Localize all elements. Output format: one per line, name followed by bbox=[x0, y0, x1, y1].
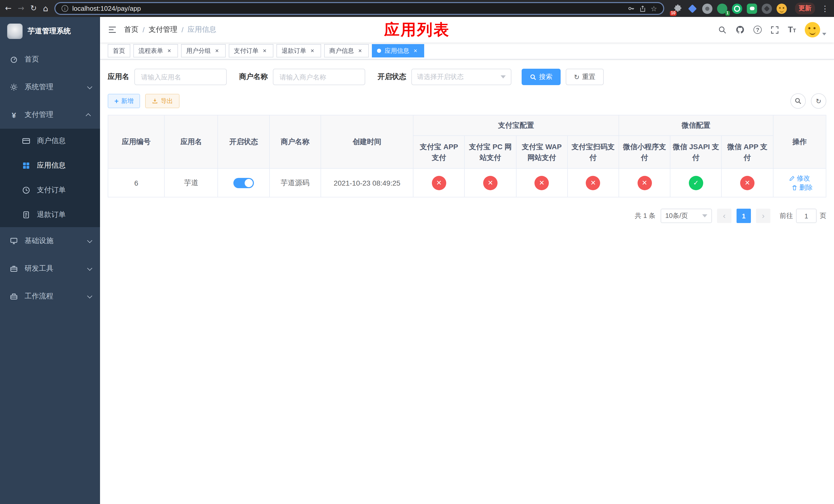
browser-forward-button[interactable] bbox=[18, 5, 24, 12]
cell-app-name: 芋道 bbox=[164, 168, 218, 197]
grid-icon bbox=[22, 161, 31, 170]
tab-label: 支付订单 bbox=[234, 46, 259, 55]
browser-extensions: 10 1 bbox=[673, 3, 787, 14]
sidebar-item-label: 首页 bbox=[25, 55, 39, 64]
extension-chat-icon[interactable] bbox=[747, 3, 757, 14]
bookmark-star-icon[interactable] bbox=[651, 4, 657, 13]
breadcrumb-current: 应用信息 bbox=[188, 25, 216, 35]
edit-link[interactable]: 修改 bbox=[789, 174, 810, 183]
toggle-search-button[interactable] bbox=[790, 93, 806, 109]
site-info-icon[interactable] bbox=[62, 5, 68, 12]
tab-app-info[interactable]: 应用信息 bbox=[372, 44, 424, 58]
user-menu[interactable] bbox=[805, 22, 826, 38]
reset-button[interactable]: 重置 bbox=[566, 69, 604, 85]
tab-process-form[interactable]: 流程表单 bbox=[133, 44, 178, 58]
goto-suffix: 页 bbox=[820, 211, 826, 221]
cell-wechat-app: ✕ bbox=[722, 168, 773, 197]
navbar-actions bbox=[718, 22, 826, 38]
goto-page-input[interactable] bbox=[796, 209, 816, 223]
search-button[interactable]: 搜索 bbox=[522, 69, 561, 85]
browser-home-button[interactable] bbox=[43, 4, 48, 13]
next-page-button[interactable] bbox=[756, 209, 770, 223]
address-bar[interactable]: localhost:1024/pay/app bbox=[54, 2, 664, 15]
sidebar-item-system[interactable]: 系统管理 bbox=[0, 73, 100, 101]
cell-alipay-app: ✕ bbox=[413, 168, 464, 197]
app-name-input[interactable] bbox=[134, 69, 227, 85]
yen-icon bbox=[9, 111, 19, 119]
add-button[interactable]: 新增 bbox=[108, 94, 140, 108]
close-icon[interactable] bbox=[213, 47, 221, 54]
fullscreen-icon[interactable] bbox=[770, 25, 779, 34]
sidebar-item-infrastructure[interactable]: 基础设施 bbox=[0, 227, 100, 255]
sidebar: 芋道管理系统 首页 系统管理 bbox=[0, 17, 100, 504]
browser-update-button[interactable]: 更新 bbox=[795, 3, 815, 14]
toolbox-icon bbox=[9, 265, 19, 273]
extension-dark-icon[interactable] bbox=[762, 3, 772, 14]
sidebar-logo[interactable]: 芋道管理系统 bbox=[0, 17, 100, 46]
sidebar-item-app-info[interactable]: 应用信息 bbox=[0, 153, 100, 178]
status-switch[interactable] bbox=[233, 178, 254, 188]
cell-wechat-jsapi: ✓ bbox=[670, 168, 721, 197]
tab-refund-order[interactable]: 退款订单 bbox=[277, 44, 321, 58]
tab-merchant-info[interactable]: 商户信息 bbox=[324, 44, 369, 58]
browser-back-button[interactable] bbox=[5, 5, 12, 12]
extension-gray-icon[interactable] bbox=[702, 3, 712, 14]
search-icon[interactable] bbox=[718, 25, 727, 34]
hamburger-icon[interactable] bbox=[108, 25, 117, 35]
sidebar-item-refund-order[interactable]: 退款订单 bbox=[0, 203, 100, 227]
browser-menu-kebab-icon[interactable] bbox=[821, 4, 829, 13]
close-icon[interactable] bbox=[309, 47, 316, 54]
status-select[interactable]: 请选择开启状态 bbox=[411, 69, 511, 85]
tab-label: 应用信息 bbox=[385, 46, 409, 55]
sidebar-item-pay-order[interactable]: 支付订单 bbox=[0, 178, 100, 203]
export-button[interactable]: 导出 bbox=[145, 94, 179, 108]
sidebar-item-home[interactable]: 首页 bbox=[0, 46, 100, 73]
merchant-name-input[interactable] bbox=[273, 69, 365, 85]
sidebar-item-workflow[interactable]: 工作流程 bbox=[0, 282, 100, 310]
close-icon[interactable] bbox=[356, 47, 364, 54]
col-header-wechat-mini: 微信小程序支付 bbox=[619, 136, 670, 168]
password-key-icon[interactable] bbox=[628, 5, 635, 12]
col-header-create-time: 创建时间 bbox=[321, 115, 413, 168]
col-header-app-name: 应用名 bbox=[164, 115, 218, 168]
monitor-icon bbox=[9, 237, 19, 245]
tab-label: 流程表单 bbox=[138, 46, 163, 55]
sidebar-item-label: 支付管理 bbox=[25, 110, 53, 119]
help-icon[interactable] bbox=[753, 26, 762, 34]
breadcrumb-home[interactable]: 首页 bbox=[124, 25, 138, 35]
sidebar-item-merchant-info[interactable]: 商户信息 bbox=[0, 129, 100, 153]
cell-create-time: 2021-10-23 08:49:25 bbox=[321, 168, 413, 197]
sidebar-item-payment[interactable]: 支付管理 bbox=[0, 101, 100, 129]
current-page-button[interactable]: 1 bbox=[737, 209, 751, 223]
breadcrumb-payment[interactable]: 支付管理 bbox=[149, 25, 177, 35]
close-icon[interactable] bbox=[166, 47, 173, 54]
search-button-label: 搜索 bbox=[539, 72, 552, 82]
font-size-icon[interactable] bbox=[788, 26, 796, 34]
browser-reload-button[interactable] bbox=[30, 5, 37, 12]
close-icon[interactable] bbox=[261, 47, 268, 54]
extension-green-circle-icon[interactable] bbox=[732, 3, 742, 14]
tab-pay-order[interactable]: 支付订单 bbox=[229, 44, 273, 58]
extensions-puzzle-icon[interactable]: 10 bbox=[673, 3, 683, 14]
tab-home[interactable]: 首页 bbox=[108, 44, 130, 58]
extension-gem-icon[interactable] bbox=[687, 3, 698, 14]
app-shell: 芋道管理系统 首页 系统管理 bbox=[0, 17, 834, 504]
close-icon[interactable] bbox=[412, 47, 419, 54]
document-icon bbox=[22, 211, 31, 219]
browser-profile-avatar[interactable] bbox=[776, 3, 787, 14]
share-icon[interactable] bbox=[639, 5, 646, 12]
group-header-alipay: 支付宝配置 bbox=[413, 115, 619, 136]
page-size-select[interactable]: 10条/页 bbox=[661, 209, 712, 223]
sidebar-item-dev-tools[interactable]: 研发工具 bbox=[0, 255, 100, 282]
channel-status-badge: ✕ bbox=[740, 176, 754, 190]
extension-green-avatar-icon[interactable]: 1 bbox=[717, 3, 727, 14]
github-icon[interactable] bbox=[736, 25, 745, 35]
prev-page-button[interactable] bbox=[717, 209, 731, 223]
delete-link[interactable]: 删除 bbox=[792, 183, 813, 192]
tab-label: 商户信息 bbox=[329, 46, 354, 55]
top-navbar: 首页 支付管理 应用信息 bbox=[100, 17, 834, 43]
refresh-table-button[interactable] bbox=[811, 93, 826, 109]
chevron-up-icon bbox=[86, 113, 91, 118]
workflow-icon bbox=[9, 292, 19, 300]
tab-user-group[interactable]: 用户分组 bbox=[181, 44, 226, 58]
